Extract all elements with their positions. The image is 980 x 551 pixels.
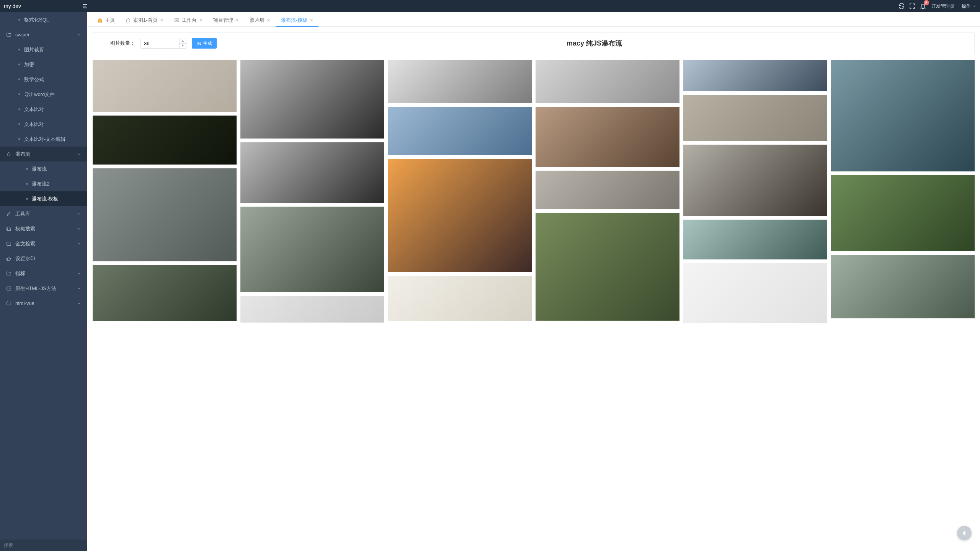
dot-icon — [26, 198, 28, 200]
dot-icon — [18, 64, 20, 65]
sidebar-item-label: 原生HTML-JS方法 — [15, 285, 56, 292]
sidebar-item-label: 文本比对 — [24, 106, 44, 113]
bell-icon[interactable]: 6 — [918, 1, 928, 11]
window-icon — [6, 241, 11, 246]
image-tile[interactable] — [831, 175, 975, 251]
sidebar-item-5[interactable]: 导出word文件 — [0, 87, 87, 102]
id-icon — [174, 18, 180, 23]
tab-5[interactable]: 瀑布流-模板✕ — [276, 14, 318, 26]
image-tile[interactable] — [93, 168, 237, 261]
main: 主页案例1-首页✕工作台✕项目管理✕照片墙✕瀑布流-模板✕ 图片数量： ▲ ▼ … — [87, 12, 980, 551]
sidebar-item-6[interactable]: 文本比对 — [0, 102, 87, 117]
sidebar-group-15[interactable]: 全文检索 — [0, 236, 87, 251]
masonry-grid — [93, 60, 975, 323]
image-tile[interactable] — [536, 107, 679, 167]
image-tile[interactable] — [388, 107, 532, 155]
image-tile[interactable] — [683, 60, 827, 91]
drop-icon — [6, 152, 11, 157]
close-icon[interactable]: ✕ — [310, 18, 313, 23]
count-spinner: ▲ ▼ — [140, 38, 186, 49]
user-menu[interactable]: 开发管理员 | 操作 — [931, 3, 976, 10]
tab-label: 案例1-首页 — [133, 17, 158, 24]
image-tile[interactable] — [683, 263, 827, 323]
sidebar-item-label: 瀑布流-模板 — [32, 196, 58, 202]
chevron-down-icon — [77, 241, 81, 246]
image-tile[interactable] — [536, 60, 679, 103]
sidebar-search-input[interactable] — [0, 540, 87, 551]
code-icon — [6, 286, 11, 291]
image-tile[interactable] — [683, 95, 827, 141]
image-tile[interactable] — [93, 116, 237, 165]
image-tile[interactable] — [831, 255, 975, 318]
generate-button[interactable]: 生成 — [192, 38, 217, 49]
tab-4[interactable]: 照片墙✕ — [244, 14, 276, 26]
spinner-down[interactable]: ▼ — [180, 44, 186, 49]
sidebar-group-19[interactable]: html-vue — [0, 296, 87, 311]
dot-icon — [18, 138, 20, 140]
sidebar-group-9[interactable]: 瀑布流 — [0, 147, 87, 161]
image-tile[interactable] — [536, 213, 679, 321]
close-icon[interactable]: ✕ — [267, 18, 270, 23]
svg-rect-2 — [7, 287, 11, 290]
sidebar-group-18[interactable]: 原生HTML-JS方法 — [0, 281, 87, 296]
sidebar-item-4[interactable]: 数学公式 — [0, 72, 87, 87]
sidebar-item-label: 设置水印 — [15, 255, 35, 262]
close-icon[interactable]: ✕ — [235, 18, 239, 23]
image-tile[interactable] — [388, 276, 532, 321]
svg-rect-3 — [175, 19, 179, 22]
chevron-down-icon — [972, 4, 976, 8]
dot-icon — [18, 78, 20, 80]
sidebar-subitem-10[interactable]: 瀑布流 — [0, 161, 87, 176]
sidebar-group-14[interactable]: 模糊搜索 — [0, 221, 87, 236]
spinner-up[interactable]: ▲ — [180, 38, 186, 44]
sidebar-subitem-11[interactable]: 瀑布流2 — [0, 176, 87, 191]
image-tile[interactable] — [93, 265, 237, 321]
sidebar-search — [0, 540, 87, 551]
sidebar-item-0[interactable]: 格式化SQL — [0, 12, 87, 27]
home-icon — [97, 18, 103, 23]
image-tile[interactable] — [683, 145, 827, 216]
sidebar-item-label: 文本比对-文本编辑 — [24, 136, 65, 143]
image-tile[interactable] — [388, 159, 532, 272]
masonry-col — [536, 60, 679, 321]
tab-label: 瀑布流-模板 — [281, 17, 307, 24]
refresh-icon[interactable] — [896, 1, 907, 11]
brand: my dev — [4, 3, 80, 9]
sidebar-item-2[interactable]: 图片裁剪 — [0, 42, 87, 57]
menu-toggle-button[interactable] — [80, 2, 90, 11]
sidebar-item-7[interactable]: 文本比对 — [0, 117, 87, 132]
image-tile[interactable] — [388, 60, 532, 103]
ops-label: 操作 — [962, 3, 971, 10]
chevron-down-icon — [77, 212, 81, 216]
image-tile[interactable] — [93, 60, 237, 112]
sidebar-item-label: 瀑布流 — [15, 151, 30, 158]
masonry-col — [388, 60, 532, 321]
sidebar-item-8[interactable]: 文本比对-文本编辑 — [0, 132, 87, 147]
image-tile[interactable] — [683, 220, 827, 259]
topbar: my dev 6 开发管理员 | 操作 — [0, 0, 980, 12]
close-icon[interactable]: ✕ — [160, 18, 163, 23]
image-tile[interactable] — [831, 60, 975, 171]
fullscreen-icon[interactable] — [907, 1, 918, 11]
image-tile[interactable] — [240, 207, 384, 292]
sidebar-item-3[interactable]: 加密 — [0, 57, 87, 72]
sidebar-subitem-12[interactable]: 瀑布流-模板 — [0, 191, 87, 206]
masonry-col — [240, 60, 384, 323]
sidebar-group-13[interactable]: 工具库 — [0, 206, 87, 221]
dot-icon — [26, 183, 28, 185]
tab-1[interactable]: 案例1-首页✕ — [120, 14, 169, 26]
image-tile[interactable] — [240, 60, 384, 139]
tab-label: 照片墙 — [250, 17, 265, 24]
tab-3[interactable]: 项目管理✕ — [208, 14, 244, 26]
sidebar: 格式化SQLswiper图片裁剪加密数学公式导出word文件文本比对文本比对文本… — [0, 12, 87, 551]
close-icon[interactable]: ✕ — [199, 18, 203, 23]
image-tile[interactable] — [240, 142, 384, 203]
image-tile[interactable] — [536, 171, 679, 209]
scroll-top-button[interactable] — [957, 526, 972, 540]
tab-0[interactable]: 主页 — [92, 14, 120, 26]
sidebar-group-1[interactable]: swiper — [0, 27, 87, 42]
image-tile[interactable] — [240, 296, 384, 323]
tab-2[interactable]: 工作台✕ — [169, 14, 208, 26]
sidebar-group-17[interactable]: 指标 — [0, 266, 87, 281]
sidebar-group-16[interactable]: 设置水印 — [0, 251, 87, 266]
